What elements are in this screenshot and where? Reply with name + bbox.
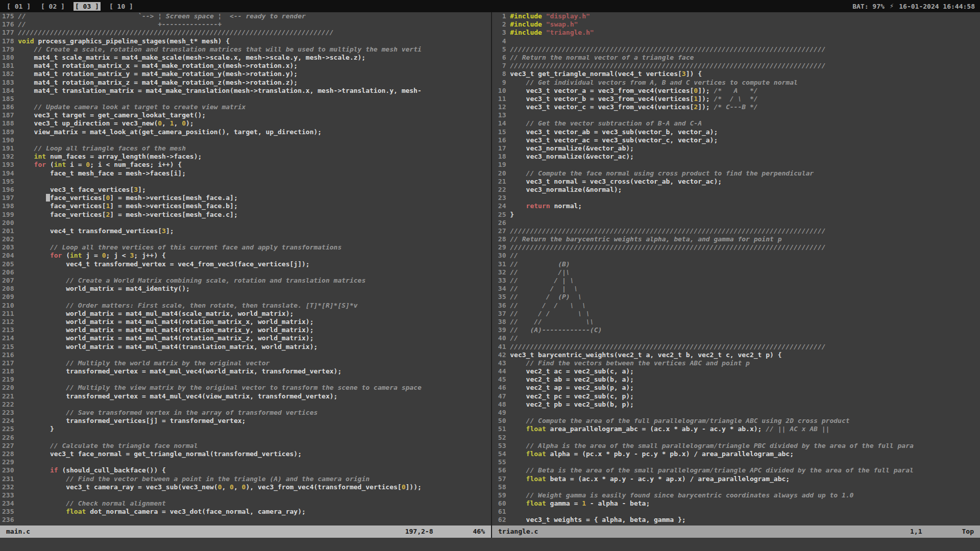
code-line[interactable]: 208 world_matrix = mat4_identity(); bbox=[2, 285, 491, 293]
code-line[interactable]: 61 bbox=[494, 508, 980, 516]
code-line[interactable]: 217 // Multiply the world matrix by the … bbox=[2, 359, 491, 367]
tmux-window-tab[interactable]: [ 10 ] bbox=[108, 2, 135, 11]
code-line[interactable]: 46 vec2_t ap = vec2_sub(p, a); bbox=[494, 384, 980, 392]
code-line[interactable]: 15 vec3_t vector_ab = vec3_sub(vector_b,… bbox=[494, 128, 980, 136]
code-line[interactable]: 3#include "triangle.h" bbox=[494, 29, 980, 37]
code-line[interactable]: 188 vec3_t up_direction = vec3_new(0, 1,… bbox=[2, 119, 491, 128]
code-line[interactable]: 223 // Save transformed vertex in the ar… bbox=[2, 409, 491, 417]
code-line[interactable]: 52 bbox=[494, 434, 980, 442]
code-line[interactable]: 29//////////////////////////////////////… bbox=[494, 243, 980, 252]
code-line[interactable]: 42vec3_t barycentric_weights(vec2_t a, v… bbox=[494, 351, 980, 359]
tmux-window-tab[interactable]: [ 02 ] bbox=[39, 2, 66, 11]
code-line[interactable]: 47 vec2_t pc = vec2_sub(c, p); bbox=[494, 392, 980, 400]
code-line[interactable]: 207 // Create a World Matrix combining s… bbox=[2, 277, 491, 285]
code-line[interactable]: 206 bbox=[2, 268, 491, 277]
code-line[interactable]: 31// (B) bbox=[494, 260, 980, 268]
code-line[interactable]: 22 vec3_normalize(&normal); bbox=[494, 186, 980, 194]
code-line[interactable]: 35// / (P) \ bbox=[494, 293, 980, 301]
code-line[interactable]: 14 // Get the vector subtraction of B-A … bbox=[494, 119, 980, 128]
code-line[interactable]: 201 vec4_t transformed_vertices[3]; bbox=[2, 227, 491, 235]
code-line[interactable]: 2#include "swap.h" bbox=[494, 20, 980, 29]
code-line[interactable]: 23 bbox=[494, 194, 980, 202]
code-line[interactable]: 36// / / \ \ bbox=[494, 302, 980, 310]
code-line[interactable]: 7///////////////////////////////////////… bbox=[494, 62, 980, 70]
code-area-main-c[interactable]: 175// `--> ¦ Screen space ¦ <-- ready to… bbox=[0, 12, 491, 525]
code-line[interactable]: 214 world_matrix = mat4_mul_mat4(rotatio… bbox=[2, 334, 491, 342]
code-line[interactable]: 197 face_vertices[0] = mesh->vertices[me… bbox=[2, 194, 491, 202]
code-line[interactable]: 221 transformed_vertex = mat4_mul_vec4(v… bbox=[2, 392, 491, 400]
code-line[interactable]: 8vec3_t get_triangle_normal(vec4_t verti… bbox=[494, 70, 980, 78]
code-line[interactable]: 200 bbox=[2, 219, 491, 227]
code-line[interactable]: 25} bbox=[494, 211, 980, 219]
code-line[interactable]: 231 // Find the vector between a point i… bbox=[2, 475, 491, 483]
code-line[interactable]: 33// / | \ bbox=[494, 277, 980, 285]
code-line[interactable]: 211 world_matrix = mat4_mul_mat4(scale_m… bbox=[2, 310, 491, 318]
code-line[interactable]: 235 float dot_normal_camera = vec3_dot(f… bbox=[2, 508, 491, 516]
code-line[interactable]: 19 bbox=[494, 161, 980, 169]
code-line[interactable]: 181 mat4_t rotation_matrix_x = mat4_make… bbox=[2, 62, 491, 70]
code-line[interactable]: 43 // Find the vectors between the verti… bbox=[494, 359, 980, 367]
code-line[interactable]: 48 vec2_t pb = vec2_sub(b, p); bbox=[494, 400, 980, 409]
code-line[interactable]: 210 // Order matters: First scale, then … bbox=[2, 302, 491, 310]
vim-command-line[interactable] bbox=[0, 538, 980, 551]
code-line[interactable]: 10 vec3_t vector_a = vec3_from_vec4(vert… bbox=[494, 87, 980, 95]
code-line[interactable]: 26 bbox=[494, 219, 980, 227]
code-line[interactable]: 40// bbox=[494, 334, 980, 342]
code-line[interactable]: 34// / | \ bbox=[494, 285, 980, 293]
code-line[interactable]: 195 bbox=[2, 178, 491, 186]
code-line[interactable]: 202 bbox=[2, 235, 491, 243]
code-line[interactable]: 204 for (int j = 0; j < 3; j++) { bbox=[2, 252, 491, 260]
code-line[interactable]: 58 bbox=[494, 483, 980, 491]
code-line[interactable]: 60 float gamma = 1 - alpha - beta; bbox=[494, 499, 980, 508]
code-line[interactable]: 192 int num_faces = array_length(mesh->f… bbox=[2, 153, 491, 161]
code-line[interactable]: 185 bbox=[2, 95, 491, 103]
code-line[interactable]: 190 bbox=[2, 136, 491, 144]
code-line[interactable]: 212 world_matrix = mat4_mul_mat4(rotatio… bbox=[2, 318, 491, 326]
code-line[interactable]: 194 face_t mesh_face = mesh->faces[i]; bbox=[2, 169, 491, 178]
code-line[interactable]: 16 vec3_t vector_ac = vec3_sub(vector_c,… bbox=[494, 136, 980, 144]
tmux-window-tab[interactable]: [ 01 ] bbox=[5, 2, 32, 11]
code-line[interactable]: 37// / / \ \ bbox=[494, 310, 980, 318]
code-line[interactable]: 49 bbox=[494, 409, 980, 417]
code-line[interactable]: 203 // Loop all three vertices of this c… bbox=[2, 243, 491, 252]
code-line[interactable]: 213 world_matrix = mat4_mul_mat4(rotatio… bbox=[2, 326, 491, 334]
code-line[interactable]: 41//////////////////////////////////////… bbox=[494, 343, 980, 351]
code-line[interactable]: 184 mat4_t translation_matrix = mat4_mak… bbox=[2, 87, 491, 95]
code-line[interactable]: 5///////////////////////////////////////… bbox=[494, 45, 980, 54]
code-line[interactable]: 28// Return the barycentric weights alph… bbox=[494, 235, 980, 243]
code-line[interactable]: 226 bbox=[2, 434, 491, 442]
code-line[interactable]: 180 mat4_t scale_matrix = mat4_make_scal… bbox=[2, 54, 491, 62]
code-line[interactable]: 45 vec2_t ab = vec2_sub(b, a); bbox=[494, 375, 980, 384]
code-line[interactable]: 196 vec3_t face_vertices[3]; bbox=[2, 186, 491, 194]
code-line[interactable]: 229 bbox=[2, 458, 491, 466]
code-line[interactable]: 232 vec3_t camera_ray = vec3_sub(vec3_ne… bbox=[2, 483, 491, 491]
code-line[interactable]: 30// bbox=[494, 252, 980, 260]
code-line[interactable]: 199 face_vertices[2] = mesh->vertices[me… bbox=[2, 211, 491, 219]
code-line[interactable]: 55 bbox=[494, 458, 980, 466]
code-line[interactable]: 175// `--> ¦ Screen space ¦ <-- ready to… bbox=[2, 12, 491, 20]
code-line[interactable]: 13 bbox=[494, 111, 980, 119]
code-line[interactable]: 225 } bbox=[2, 425, 491, 433]
code-line[interactable]: 57 float beta = (ac.x * ap.y - ac.y * ap… bbox=[494, 475, 980, 483]
code-line[interactable]: 21 vec3_t normal = vec3_cross(vector_ab,… bbox=[494, 178, 980, 186]
code-line[interactable]: 233 bbox=[2, 491, 491, 499]
code-line[interactable]: 176// +--------------+ bbox=[2, 20, 491, 29]
code-line[interactable]: 20 // Compute the face normal using cros… bbox=[494, 169, 980, 178]
code-line[interactable]: 50 // Compute the area of the full paral… bbox=[494, 417, 980, 425]
code-line[interactable]: 11 vec3_t vector_b = vec3_from_vec4(vert… bbox=[494, 95, 980, 103]
code-area-triangle-c[interactable]: 1#include "display.h"2#include "swap.h"3… bbox=[492, 12, 980, 525]
code-line[interactable]: 59 // Weight gamma is easily found since… bbox=[494, 491, 980, 499]
code-line[interactable]: 38// // \\ bbox=[494, 318, 980, 326]
code-line[interactable]: 179 // Create a scale, rotation and tran… bbox=[2, 45, 491, 54]
code-line[interactable]: 32// /|\ bbox=[494, 268, 980, 277]
code-line[interactable]: 62 vec3_t weights = { alpha, beta, gamma… bbox=[494, 516, 980, 524]
code-line[interactable]: 205 vec4_t transformed_vertex = vec4_fro… bbox=[2, 260, 491, 268]
code-line[interactable]: 27//////////////////////////////////////… bbox=[494, 227, 980, 235]
code-line[interactable]: 187 vec3_t target = get_camera_lookat_ta… bbox=[2, 111, 491, 119]
code-line[interactable]: 44 vec2_t ac = vec2_sub(c, a); bbox=[494, 367, 980, 375]
code-line[interactable]: 17 vec3_normalize(&vector_ab); bbox=[494, 144, 980, 153]
code-line[interactable]: 209 bbox=[2, 293, 491, 301]
code-line[interactable]: 193 for (int i = 0; i < num_faces; i++) … bbox=[2, 161, 491, 169]
code-line[interactable]: 9 // Get individual vectors from A, B an… bbox=[494, 79, 980, 87]
code-line[interactable]: 227 // Calculate the triangle face norma… bbox=[2, 442, 491, 450]
